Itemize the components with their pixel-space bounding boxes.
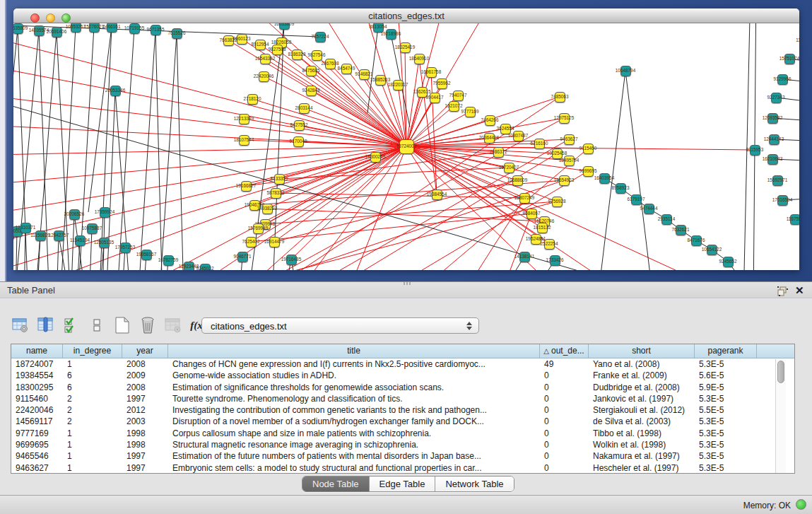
graph-node[interactable]: 8475685 — [306, 66, 317, 76]
graph-node[interactable]: 20364436 — [484, 133, 495, 144]
graph-node[interactable]: 18300295 — [370, 152, 381, 163]
table-cell[interactable]: 5.3E-5 — [695, 428, 757, 439]
graph-node[interactable]: 9227343 — [771, 93, 782, 103]
graph-node[interactable]: 10807487 — [513, 131, 524, 141]
network-window-titlebar[interactable]: citations_edges.txt — [13, 8, 799, 23]
graph-node[interactable]: 15692971 — [772, 175, 783, 186]
graph-node[interactable]: 8660123 — [237, 34, 247, 45]
table-cell[interactable]: 0 — [540, 393, 589, 404]
table-cell[interactable]: 2012 — [122, 404, 168, 416]
graph-node[interactable]: 18640910 — [414, 54, 425, 64]
table-row[interactable]: 969969511998Structural magnetic resonanc… — [11, 439, 794, 450]
graph-node[interactable]: 19218986 — [386, 29, 396, 40]
graph-node[interactable]: 9046771 — [237, 252, 248, 262]
table-cell[interactable]: Nakamura et al. (1997) — [589, 450, 695, 462]
graph-node[interactable]: 9146821 — [359, 69, 370, 80]
table-cell[interactable]: Wolkin et al. (1998) — [589, 439, 695, 450]
graph-node[interactable]: 20206526 — [69, 209, 80, 220]
table-cell[interactable]: Hescheler et al. (1997) — [589, 462, 695, 474]
table-cell[interactable]: 5.3E-5 — [695, 462, 757, 474]
graph-node[interactable]: 9756928 — [552, 197, 563, 207]
table-cell[interactable]: 5.3E-5 — [695, 439, 757, 450]
table-cell[interactable]: 1997 — [122, 393, 168, 404]
select-columns-icon[interactable] — [36, 316, 55, 334]
graph-node[interactable]: 9129966 — [777, 74, 788, 85]
row-height-icon[interactable] — [87, 316, 106, 334]
graph-node[interactable]: 12093582 — [767, 113, 778, 124]
graph-node[interactable]: 7615526 — [172, 28, 182, 39]
splitter-grip[interactable] — [404, 282, 411, 285]
table-cell[interactable]: Tourette syndrome. Phenomenology and cla… — [168, 393, 540, 404]
graph-node[interactable]: 19716485 — [286, 255, 297, 265]
graph-node[interactable]: 12310371 — [20, 223, 31, 233]
table-row[interactable]: 1938455462009Genome-wide association stu… — [11, 370, 794, 381]
table-cell[interactable]: 2008 — [122, 382, 168, 393]
graph-node[interactable]: 12213389 — [239, 114, 249, 124]
graph-node[interactable]: 20691406 — [52, 27, 62, 37]
graph-node[interactable]: 3624554 — [500, 124, 511, 134]
graph-node[interactable]: 9245652 — [723, 257, 734, 267]
table-cell[interactable]: Genome-wide association studies in ADHD. — [168, 370, 540, 381]
graph-node[interactable]: 11156829 — [35, 230, 46, 241]
table-cell[interactable]: 5.3E-5 — [695, 450, 757, 462]
graph-node[interactable]: 9904417 — [430, 93, 440, 103]
graph-node[interactable]: 16914479 — [269, 237, 280, 247]
table-cell[interactable]: Yano et al. (2008) — [589, 358, 695, 370]
table-cell[interactable]: Dudbridge et al. (2008) — [589, 382, 695, 393]
graph-node[interactable]: 18495794 — [564, 156, 575, 166]
table-row[interactable]: 977716911998Corpus callosum shape and si… — [11, 428, 794, 439]
graph-node[interactable]: 14938222 — [262, 204, 273, 214]
table-cell[interactable]: 5.9E-5 — [695, 382, 757, 393]
column-header-short[interactable]: short — [589, 344, 695, 358]
graph-node[interactable]: 7464266 — [485, 115, 495, 126]
graph-node[interactable]: 12942757 — [54, 230, 64, 241]
table-row[interactable]: 946362711997Embryonic stem cells: a mode… — [11, 462, 794, 474]
graph-node[interactable]: 7663822 — [223, 35, 234, 46]
table-cell[interactable]: 1 — [63, 439, 122, 450]
table-settings-icon[interactable] — [11, 316, 30, 334]
graph-node[interactable]: 16210643 — [767, 154, 778, 165]
table-cell[interactable]: Stergiakouli et al. (2012) — [589, 404, 695, 416]
column-header-pagerank[interactable]: pagerank — [695, 344, 757, 358]
graph-node[interactable]: 2718120 — [247, 94, 258, 105]
graph-node[interactable]: 2867608 — [325, 59, 336, 69]
table-cell[interactable]: 2 — [63, 404, 122, 416]
graph-node[interactable]: 1167553 — [790, 214, 800, 225]
table-cell[interactable]: 18300295 — [11, 382, 63, 393]
tab-network-table[interactable]: Network Table — [435, 477, 513, 491]
table-cell[interactable]: 9465546 — [11, 450, 63, 462]
table-row[interactable]: 1830029562008Estimation of significance … — [11, 382, 794, 393]
graph-node[interactable]: 9777169 — [465, 107, 476, 117]
scrollbar-thumb[interactable] — [777, 361, 784, 383]
graph-hub-node[interactable]: 18724007 — [399, 139, 414, 154]
graph-node[interactable]: 19654923 — [559, 175, 570, 186]
graph-node[interactable]: 9699695 — [583, 166, 594, 177]
table-cell[interactable]: 6 — [63, 382, 122, 393]
graph-node[interactable]: 2935114 — [661, 214, 672, 225]
table-row[interactable]: 1872400712008Changes of HCN gene express… — [11, 358, 794, 370]
graph-node[interactable]: 9474444 — [644, 204, 654, 214]
table-cell[interactable]: 14569117 — [11, 416, 63, 427]
graph-node[interactable]: 7625402 — [246, 237, 257, 247]
graph-node[interactable]: 14138141 — [519, 252, 530, 262]
table-cell[interactable]: Jankovic et al. (1997) — [589, 393, 695, 404]
graph-node[interactable]: 6466161 — [107, 23, 117, 33]
graph-node[interactable]: 9671355 — [151, 25, 161, 35]
table-cell[interactable]: Franke et al. (2009) — [589, 370, 695, 381]
table-cell[interactable]: 6 — [63, 370, 122, 381]
close-panel-icon[interactable]: ✕ — [795, 284, 804, 297]
graph-node[interactable]: 19524851 — [531, 234, 541, 245]
graph-node[interactable]: 8471676 — [691, 235, 702, 246]
table-cell[interactable]: Investigating the contribution of common… — [168, 404, 540, 416]
table-cell[interactable]: Corpus callosum shape and size in male p… — [168, 428, 540, 439]
graph-node[interactable]: 8813054 — [373, 23, 384, 33]
table-cell[interactable]: 22420046 — [11, 404, 63, 416]
graph-node[interactable]: 8133359 — [274, 174, 285, 185]
column-header-year[interactable]: year — [122, 344, 168, 358]
table-cell[interactable]: 0 — [540, 439, 589, 450]
graph-node[interactable]: 16961758 — [426, 67, 437, 78]
graph-node[interactable]: 18107544 — [239, 135, 249, 146]
tab-node-table[interactable]: Node Table — [302, 477, 370, 491]
graph-node[interactable]: 16782759 — [163, 255, 174, 266]
table-row[interactable]: 1456911722003Disruption of a novel membe… — [11, 416, 794, 427]
